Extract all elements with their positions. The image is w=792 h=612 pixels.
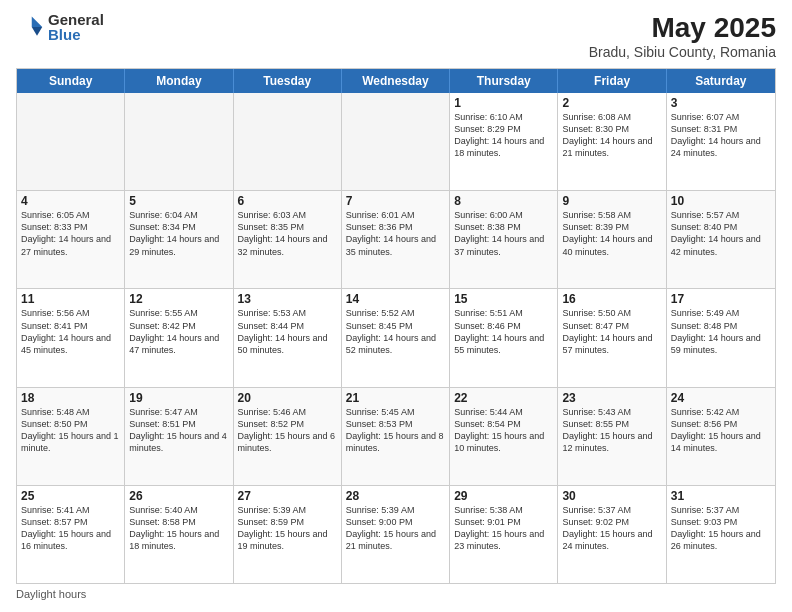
day-number: 10 <box>671 194 771 208</box>
day-number: 25 <box>21 489 120 503</box>
subtitle: Bradu, Sibiu County, Romania <box>589 44 776 60</box>
cal-cell: 20Sunrise: 5:46 AM Sunset: 8:52 PM Dayli… <box>234 388 342 485</box>
day-number: 20 <box>238 391 337 405</box>
day-number: 27 <box>238 489 337 503</box>
day-number: 30 <box>562 489 661 503</box>
cal-cell: 26Sunrise: 5:40 AM Sunset: 8:58 PM Dayli… <box>125 486 233 583</box>
day-info: Sunrise: 5:42 AM Sunset: 8:56 PM Dayligh… <box>671 406 771 455</box>
cal-cell: 19Sunrise: 5:47 AM Sunset: 8:51 PM Dayli… <box>125 388 233 485</box>
day-info: Sunrise: 6:00 AM Sunset: 8:38 PM Dayligh… <box>454 209 553 258</box>
cal-cell <box>234 93 342 190</box>
cal-cell: 1Sunrise: 6:10 AM Sunset: 8:29 PM Daylig… <box>450 93 558 190</box>
day-number: 14 <box>346 292 445 306</box>
day-info: Sunrise: 5:47 AM Sunset: 8:51 PM Dayligh… <box>129 406 228 455</box>
day-number: 29 <box>454 489 553 503</box>
day-number: 28 <box>346 489 445 503</box>
cal-header-cell: Sunday <box>17 69 125 93</box>
day-info: Sunrise: 6:01 AM Sunset: 8:36 PM Dayligh… <box>346 209 445 258</box>
calendar: SundayMondayTuesdayWednesdayThursdayFrid… <box>16 68 776 584</box>
cal-cell: 12Sunrise: 5:55 AM Sunset: 8:42 PM Dayli… <box>125 289 233 386</box>
cal-cell <box>17 93 125 190</box>
day-info: Sunrise: 5:51 AM Sunset: 8:46 PM Dayligh… <box>454 307 553 356</box>
cal-week: 11Sunrise: 5:56 AM Sunset: 8:41 PM Dayli… <box>17 289 775 387</box>
cal-cell: 23Sunrise: 5:43 AM Sunset: 8:55 PM Dayli… <box>558 388 666 485</box>
logo-general-text: General <box>48 12 104 27</box>
day-info: Sunrise: 6:04 AM Sunset: 8:34 PM Dayligh… <box>129 209 228 258</box>
cal-cell: 27Sunrise: 5:39 AM Sunset: 8:59 PM Dayli… <box>234 486 342 583</box>
day-info: Sunrise: 5:39 AM Sunset: 8:59 PM Dayligh… <box>238 504 337 553</box>
day-number: 1 <box>454 96 553 110</box>
cal-header-cell: Wednesday <box>342 69 450 93</box>
cal-cell: 21Sunrise: 5:45 AM Sunset: 8:53 PM Dayli… <box>342 388 450 485</box>
day-info: Sunrise: 5:50 AM Sunset: 8:47 PM Dayligh… <box>562 307 661 356</box>
cal-cell: 15Sunrise: 5:51 AM Sunset: 8:46 PM Dayli… <box>450 289 558 386</box>
svg-marker-0 <box>32 17 43 28</box>
cal-cell: 30Sunrise: 5:37 AM Sunset: 9:02 PM Dayli… <box>558 486 666 583</box>
day-number: 8 <box>454 194 553 208</box>
day-info: Sunrise: 6:05 AM Sunset: 8:33 PM Dayligh… <box>21 209 120 258</box>
calendar-body: 1Sunrise: 6:10 AM Sunset: 8:29 PM Daylig… <box>17 93 775 583</box>
cal-header-cell: Thursday <box>450 69 558 93</box>
day-number: 13 <box>238 292 337 306</box>
logo-icon <box>16 13 44 41</box>
day-info: Sunrise: 5:40 AM Sunset: 8:58 PM Dayligh… <box>129 504 228 553</box>
day-info: Sunrise: 5:48 AM Sunset: 8:50 PM Dayligh… <box>21 406 120 455</box>
day-info: Sunrise: 5:37 AM Sunset: 9:02 PM Dayligh… <box>562 504 661 553</box>
day-number: 17 <box>671 292 771 306</box>
day-number: 26 <box>129 489 228 503</box>
cal-cell: 7Sunrise: 6:01 AM Sunset: 8:36 PM Daylig… <box>342 191 450 288</box>
header: General Blue May 2025 Bradu, Sibiu Count… <box>16 12 776 60</box>
logo-text: General Blue <box>48 12 104 42</box>
day-number: 4 <box>21 194 120 208</box>
cal-cell: 14Sunrise: 5:52 AM Sunset: 8:45 PM Dayli… <box>342 289 450 386</box>
day-info: Sunrise: 5:41 AM Sunset: 8:57 PM Dayligh… <box>21 504 120 553</box>
cal-cell: 9Sunrise: 5:58 AM Sunset: 8:39 PM Daylig… <box>558 191 666 288</box>
cal-header-cell: Tuesday <box>234 69 342 93</box>
cal-cell: 29Sunrise: 5:38 AM Sunset: 9:01 PM Dayli… <box>450 486 558 583</box>
cal-cell <box>125 93 233 190</box>
day-info: Sunrise: 5:53 AM Sunset: 8:44 PM Dayligh… <box>238 307 337 356</box>
logo-blue-text: Blue <box>48 27 104 42</box>
cal-week: 1Sunrise: 6:10 AM Sunset: 8:29 PM Daylig… <box>17 93 775 191</box>
cal-cell: 3Sunrise: 6:07 AM Sunset: 8:31 PM Daylig… <box>667 93 775 190</box>
cal-week: 18Sunrise: 5:48 AM Sunset: 8:50 PM Dayli… <box>17 388 775 486</box>
cal-cell: 25Sunrise: 5:41 AM Sunset: 8:57 PM Dayli… <box>17 486 125 583</box>
cal-header-cell: Monday <box>125 69 233 93</box>
day-number: 22 <box>454 391 553 405</box>
day-number: 7 <box>346 194 445 208</box>
day-info: Sunrise: 6:07 AM Sunset: 8:31 PM Dayligh… <box>671 111 771 160</box>
day-number: 23 <box>562 391 661 405</box>
day-info: Sunrise: 5:43 AM Sunset: 8:55 PM Dayligh… <box>562 406 661 455</box>
day-number: 12 <box>129 292 228 306</box>
cal-cell: 10Sunrise: 5:57 AM Sunset: 8:40 PM Dayli… <box>667 191 775 288</box>
day-number: 11 <box>21 292 120 306</box>
day-info: Sunrise: 5:56 AM Sunset: 8:41 PM Dayligh… <box>21 307 120 356</box>
day-number: 15 <box>454 292 553 306</box>
day-number: 9 <box>562 194 661 208</box>
cal-cell: 2Sunrise: 6:08 AM Sunset: 8:30 PM Daylig… <box>558 93 666 190</box>
page: General Blue May 2025 Bradu, Sibiu Count… <box>0 0 792 612</box>
cal-cell: 5Sunrise: 6:04 AM Sunset: 8:34 PM Daylig… <box>125 191 233 288</box>
day-info: Sunrise: 5:52 AM Sunset: 8:45 PM Dayligh… <box>346 307 445 356</box>
cal-cell: 17Sunrise: 5:49 AM Sunset: 8:48 PM Dayli… <box>667 289 775 386</box>
cal-cell: 31Sunrise: 5:37 AM Sunset: 9:03 PM Dayli… <box>667 486 775 583</box>
day-number: 24 <box>671 391 771 405</box>
day-info: Sunrise: 5:46 AM Sunset: 8:52 PM Dayligh… <box>238 406 337 455</box>
cal-week: 4Sunrise: 6:05 AM Sunset: 8:33 PM Daylig… <box>17 191 775 289</box>
cal-cell: 11Sunrise: 5:56 AM Sunset: 8:41 PM Dayli… <box>17 289 125 386</box>
cal-cell: 8Sunrise: 6:00 AM Sunset: 8:38 PM Daylig… <box>450 191 558 288</box>
day-info: Sunrise: 6:10 AM Sunset: 8:29 PM Dayligh… <box>454 111 553 160</box>
cal-cell: 6Sunrise: 6:03 AM Sunset: 8:35 PM Daylig… <box>234 191 342 288</box>
day-info: Sunrise: 5:37 AM Sunset: 9:03 PM Dayligh… <box>671 504 771 553</box>
title-block: May 2025 Bradu, Sibiu County, Romania <box>589 12 776 60</box>
cal-cell: 28Sunrise: 5:39 AM Sunset: 9:00 PM Dayli… <box>342 486 450 583</box>
cal-cell: 22Sunrise: 5:44 AM Sunset: 8:54 PM Dayli… <box>450 388 558 485</box>
day-number: 18 <box>21 391 120 405</box>
day-number: 21 <box>346 391 445 405</box>
day-number: 19 <box>129 391 228 405</box>
calendar-header: SundayMondayTuesdayWednesdayThursdayFrid… <box>17 69 775 93</box>
cal-header-cell: Friday <box>558 69 666 93</box>
day-info: Sunrise: 5:44 AM Sunset: 8:54 PM Dayligh… <box>454 406 553 455</box>
day-number: 16 <box>562 292 661 306</box>
cal-cell: 16Sunrise: 5:50 AM Sunset: 8:47 PM Dayli… <box>558 289 666 386</box>
